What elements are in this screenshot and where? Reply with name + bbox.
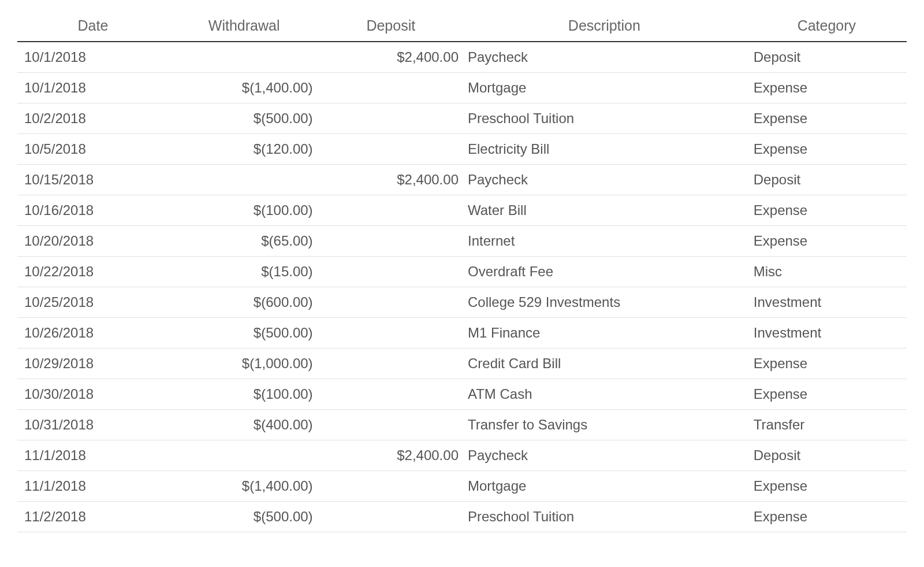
cell-category: Transfer <box>747 410 907 440</box>
cell-description: Paycheck <box>462 42 747 73</box>
table-row: 10/25/2018$(600.00)College 529 Investmen… <box>17 287 907 318</box>
cell-deposit <box>320 410 462 440</box>
header-withdrawal: Withdrawal <box>169 12 320 42</box>
cell-deposit <box>320 134 462 165</box>
cell-date: 10/30/2018 <box>17 379 169 410</box>
cell-description: Preschool Tuition <box>462 103 747 134</box>
cell-description: Internet <box>462 226 747 257</box>
cell-date: 10/22/2018 <box>17 257 169 287</box>
cell-category: Expense <box>747 103 907 134</box>
cell-date: 11/1/2018 <box>17 440 169 471</box>
cell-date: 10/16/2018 <box>17 195 169 226</box>
cell-category: Misc <box>747 257 907 287</box>
cell-date: 10/2/2018 <box>17 103 169 134</box>
cell-date: 10/1/2018 <box>17 73 169 103</box>
table-row: 10/5/2018$(120.00)Electricity BillExpens… <box>17 134 907 165</box>
cell-description: ATM Cash <box>462 379 747 410</box>
cell-date: 10/26/2018 <box>17 318 169 349</box>
cell-deposit <box>320 287 462 318</box>
header-description: Description <box>462 12 747 42</box>
cell-withdrawal: $(600.00) <box>169 287 320 318</box>
cell-date: 10/29/2018 <box>17 349 169 379</box>
table-row: 10/15/2018$2,400.00PaycheckDeposit <box>17 165 907 195</box>
cell-description: Mortgage <box>462 471 747 502</box>
cell-category: Investment <box>747 287 907 318</box>
cell-date: 10/5/2018 <box>17 134 169 165</box>
cell-description: Overdraft Fee <box>462 257 747 287</box>
cell-date: 11/1/2018 <box>17 471 169 502</box>
cell-deposit: $2,400.00 <box>320 165 462 195</box>
cell-withdrawal: $(100.00) <box>169 379 320 410</box>
cell-deposit <box>320 103 462 134</box>
cell-withdrawal: $(1,000.00) <box>169 349 320 379</box>
table-row: 10/1/2018$(1,400.00)MortgageExpense <box>17 73 907 103</box>
cell-category: Deposit <box>747 440 907 471</box>
table-row: 10/31/2018$(400.00)Transfer to SavingsTr… <box>17 410 907 440</box>
table-row: 10/22/2018$(15.00)Overdraft FeeMisc <box>17 257 907 287</box>
cell-category: Investment <box>747 318 907 349</box>
cell-description: Preschool Tuition <box>462 502 747 532</box>
cell-date: 10/31/2018 <box>17 410 169 440</box>
header-deposit: Deposit <box>320 12 462 42</box>
table-row: 11/1/2018$(1,400.00)MortgageExpense <box>17 471 907 502</box>
cell-category: Expense <box>747 226 907 257</box>
table-row: 11/2/2018$(500.00)Preschool TuitionExpen… <box>17 502 907 532</box>
cell-category: Expense <box>747 134 907 165</box>
cell-deposit: $2,400.00 <box>320 42 462 73</box>
table-body: 10/1/2018$2,400.00PaycheckDeposit10/1/20… <box>17 42 907 532</box>
cell-deposit <box>320 73 462 103</box>
cell-deposit <box>320 257 462 287</box>
cell-withdrawal: $(65.00) <box>169 226 320 257</box>
cell-description: M1 Finance <box>462 318 747 349</box>
cell-withdrawal <box>169 42 320 73</box>
cell-category: Deposit <box>747 165 907 195</box>
transactions-table: Date Withdrawal Deposit Description Cate… <box>17 12 907 532</box>
cell-deposit <box>320 195 462 226</box>
cell-description: Paycheck <box>462 165 747 195</box>
table-row: 10/29/2018$(1,000.00)Credit Card BillExp… <box>17 349 907 379</box>
cell-date: 10/15/2018 <box>17 165 169 195</box>
cell-category: Expense <box>747 195 907 226</box>
table-row: 10/1/2018$2,400.00PaycheckDeposit <box>17 42 907 73</box>
cell-category: Expense <box>747 502 907 532</box>
table-row: 10/20/2018$(65.00)InternetExpense <box>17 226 907 257</box>
cell-withdrawal: $(120.00) <box>169 134 320 165</box>
cell-withdrawal: $(1,400.00) <box>169 471 320 502</box>
cell-deposit: $2,400.00 <box>320 440 462 471</box>
cell-deposit <box>320 349 462 379</box>
cell-date: 10/20/2018 <box>17 226 169 257</box>
cell-withdrawal: $(400.00) <box>169 410 320 440</box>
cell-withdrawal: $(500.00) <box>169 502 320 532</box>
cell-description: Electricity Bill <box>462 134 747 165</box>
cell-date: 10/25/2018 <box>17 287 169 318</box>
table-row: 10/26/2018$(500.00)M1 FinanceInvestment <box>17 318 907 349</box>
header-date: Date <box>17 12 169 42</box>
cell-description: Paycheck <box>462 440 747 471</box>
cell-withdrawal: $(500.00) <box>169 103 320 134</box>
cell-deposit <box>320 502 462 532</box>
cell-withdrawal <box>169 165 320 195</box>
cell-date: 10/1/2018 <box>17 42 169 73</box>
cell-description: Mortgage <box>462 73 747 103</box>
cell-withdrawal <box>169 440 320 471</box>
cell-category: Expense <box>747 471 907 502</box>
cell-category: Expense <box>747 73 907 103</box>
cell-withdrawal: $(15.00) <box>169 257 320 287</box>
cell-category: Expense <box>747 349 907 379</box>
table-row: 10/2/2018$(500.00)Preschool TuitionExpen… <box>17 103 907 134</box>
header-category: Category <box>747 12 907 42</box>
cell-deposit <box>320 318 462 349</box>
cell-description: Transfer to Savings <box>462 410 747 440</box>
cell-category: Expense <box>747 379 907 410</box>
cell-withdrawal: $(100.00) <box>169 195 320 226</box>
cell-deposit <box>320 379 462 410</box>
cell-description: Water Bill <box>462 195 747 226</box>
table-row: 10/16/2018$(100.00)Water BillExpense <box>17 195 907 226</box>
table-row: 11/1/2018$2,400.00PaycheckDeposit <box>17 440 907 471</box>
cell-deposit <box>320 471 462 502</box>
cell-deposit <box>320 226 462 257</box>
table-row: 10/30/2018$(100.00)ATM CashExpense <box>17 379 907 410</box>
cell-withdrawal: $(500.00) <box>169 318 320 349</box>
cell-description: Credit Card Bill <box>462 349 747 379</box>
cell-category: Deposit <box>747 42 907 73</box>
